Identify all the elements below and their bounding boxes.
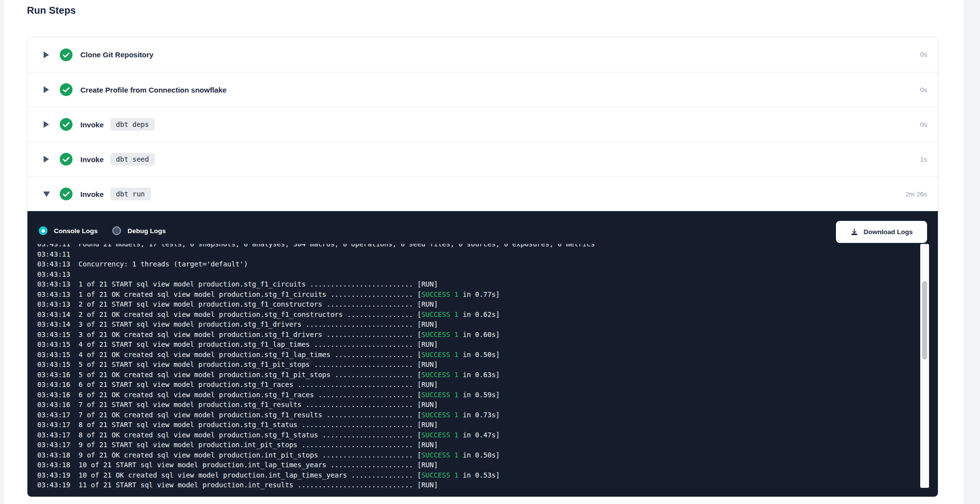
log-line: 03:43:15 3 of 21 OK created sql view mod…: [37, 330, 890, 340]
log-line: 03:43:16 6 of 21 OK created sql view mod…: [37, 390, 890, 400]
page-right-gutter: [963, 0, 980, 504]
log-line: 03:43:17 8 of 21 START sql view model pr…: [37, 420, 890, 430]
console-logs-label: Console Logs: [54, 227, 98, 235]
download-logs-label: Download Logs: [863, 228, 913, 236]
step-label: Invoke: [80, 155, 104, 164]
log-line: 03:43:13 1 of 21 START sql view model pr…: [37, 279, 890, 289]
success-check-icon: [60, 48, 73, 61]
console-logs-radio[interactable]: Console Logs: [39, 226, 98, 235]
page-title: Run Steps: [27, 5, 76, 16]
step-duration: 0s: [920, 51, 927, 58]
log-line: 03:43:19 11 of 21 START sql view model p…: [37, 480, 890, 490]
log-type-radio-group: Console Logs Debug Logs: [39, 226, 180, 235]
step-row-invoke-dbt-seed[interactable]: Invoke dbt seed 1s: [27, 142, 938, 176]
download-logs-button[interactable]: Download Logs: [836, 221, 927, 243]
step-duration: 1s: [920, 156, 927, 163]
console-scrollbar-thumb[interactable]: [922, 281, 927, 360]
debug-logs-radio[interactable]: Debug Logs: [112, 226, 166, 235]
chevron-right-icon[interactable]: [43, 156, 50, 163]
log-line: 03:43:15 4 of 21 OK created sql view mod…: [37, 350, 890, 360]
radio-selected-icon[interactable]: [39, 226, 48, 235]
log-line: 03:43:19 10 of 21 OK created sql view mo…: [37, 470, 890, 480]
log-line: 03:43:17 9 of 21 START sql view model pr…: [37, 440, 890, 450]
step-duration: 0s: [920, 86, 927, 94]
step-label: Invoke: [80, 120, 104, 129]
log-line: 03:43:13: [37, 269, 890, 280]
log-line: 03:43:14 2 of 21 OK created sql view mod…: [37, 310, 890, 320]
log-line: 03:43:16 7 of 21 START sql view model pr…: [37, 400, 890, 410]
log-line: 03:43:18 10 of 21 START sql view model p…: [37, 460, 890, 470]
step-label: Clone Git Repository: [80, 50, 153, 59]
chevron-right-icon[interactable]: [43, 121, 50, 128]
chevron-down-icon[interactable]: [43, 192, 50, 197]
step-duration: 0s: [920, 121, 927, 128]
step-duration: 2m 26s: [906, 191, 927, 198]
chevron-right-icon[interactable]: [43, 51, 50, 58]
step-row-invoke-dbt-run[interactable]: Invoke dbt run 2m 26s: [27, 176, 938, 211]
radio-unselected-icon[interactable]: [112, 226, 121, 235]
step-label: Invoke: [80, 190, 104, 198]
log-line: 03:43:16 6 of 21 START sql view model pr…: [37, 380, 890, 390]
debug-logs-label: Debug Logs: [127, 227, 166, 235]
step-row-clone-git-repository[interactable]: Clone Git Repository 0s: [27, 37, 938, 72]
log-line: 03:43:15 4 of 21 START sql view model pr…: [37, 339, 890, 350]
log-line: 03:43:16 5 of 21 OK created sql view mod…: [37, 370, 890, 380]
log-line: 03:43:18 9 of 21 OK created sql view mod…: [37, 450, 890, 460]
console-scrollbar[interactable]: [920, 244, 929, 488]
success-check-icon: [60, 118, 73, 131]
success-check-icon: [60, 153, 73, 166]
step-row-create-profile[interactable]: Create Profile from Connection snowflake…: [27, 72, 938, 107]
chevron-right-icon[interactable]: [43, 86, 50, 93]
log-line: 03:43:14 3 of 21 START sql view model pr…: [37, 319, 890, 330]
success-check-icon: [60, 83, 73, 96]
log-line: 03:43:11 Found 21 models, 17 tests, 0 sn…: [37, 244, 890, 249]
log-line: 03:43:17 8 of 21 OK created sql view mod…: [37, 430, 890, 440]
page-left-gutter: [0, 0, 4, 504]
log-line: 03:43:13 Concurrency: 1 threads (target=…: [37, 259, 890, 269]
console-log-output[interactable]: 03:43:11 Found 21 models, 17 tests, 0 sn…: [27, 244, 890, 497]
run-steps-card: Clone Git Repository 0s Create Profile f…: [27, 37, 938, 497]
step-command-badge: dbt deps: [110, 118, 155, 131]
step-command-badge: dbt seed: [110, 153, 155, 166]
log-line: 03:43:13 2 of 21 START sql view model pr…: [37, 299, 890, 310]
success-check-icon: [60, 188, 73, 200]
log-line: 03:43:13 1 of 21 OK created sql view mod…: [37, 289, 890, 300]
console-panel: Console Logs Debug Logs Download Logs 03…: [27, 211, 938, 497]
download-icon: [850, 228, 858, 236]
log-line: 03:43:17 7 of 21 OK created sql view mod…: [37, 410, 890, 420]
step-label: Create Profile from Connection snowflake: [80, 86, 226, 94]
log-line: 03:43:11: [37, 249, 890, 260]
step-command-badge: dbt run: [110, 188, 151, 200]
log-line: 03:43:15 5 of 21 START sql view model pr…: [37, 360, 890, 370]
step-row-invoke-dbt-deps[interactable]: Invoke dbt deps 0s: [27, 107, 938, 142]
